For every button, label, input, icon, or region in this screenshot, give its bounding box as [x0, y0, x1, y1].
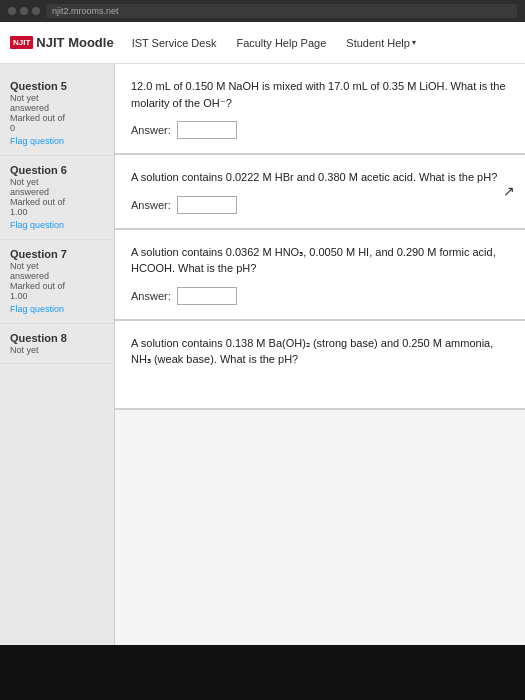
question-8-block: A solution contains 0.138 M Ba(OH)₂ (str… — [115, 321, 525, 410]
sidebar-item-q5[interactable]: Question 5 Not yet answered Marked out o… — [0, 72, 114, 156]
screen: NJIT NJIT Moodle IST Service Desk Facult… — [0, 22, 525, 700]
student-help-label: Student Help — [346, 37, 410, 49]
q5-answer-input[interactable] — [177, 121, 237, 139]
q6-status: Not yet answered — [10, 177, 106, 197]
maximize-dot — [32, 7, 40, 15]
ist-service-desk-link[interactable]: IST Service Desk — [124, 37, 225, 49]
njit-logo: NJIT NJIT Moodle — [10, 35, 114, 50]
njit-logo-mark: NJIT — [10, 36, 33, 49]
main-layout: Question 5 Not yet answered Marked out o… — [0, 64, 525, 700]
q5-flag-link[interactable]: Flag question — [10, 136, 64, 146]
q7-text: A solution contains 0.0362 M HNO₃, 0.005… — [131, 244, 509, 277]
q5-answer-label: Answer: — [131, 124, 171, 136]
top-nav: NJIT NJIT Moodle IST Service Desk Facult… — [0, 22, 525, 64]
q8-text: A solution contains 0.138 M Ba(OH)₂ (str… — [131, 335, 509, 368]
q6-number: Question 6 — [10, 164, 106, 176]
q5-answer-row: Answer: — [131, 121, 509, 139]
question-7-block: A solution contains 0.0362 M HNO₃, 0.005… — [115, 230, 525, 321]
q7-answer-label: Answer: — [131, 290, 171, 302]
question-5-block: 12.0 mL of 0.150 M NaOH is mixed with 17… — [115, 64, 525, 155]
url-text: njit2.mrooms.net — [52, 6, 119, 16]
minimize-dot — [20, 7, 28, 15]
student-help-link[interactable]: Student Help ▾ — [338, 37, 424, 49]
macbook-bottom-bezel — [0, 645, 525, 700]
q8-status: Not yet — [10, 345, 106, 355]
q5-text: 12.0 mL of 0.150 M NaOH is mixed with 17… — [131, 78, 509, 111]
q7-status: Not yet answered — [10, 261, 106, 281]
content-area: 12.0 mL of 0.150 M NaOH is mixed with 17… — [115, 64, 525, 700]
q7-flag-link[interactable]: Flag question — [10, 304, 64, 314]
sidebar-item-q7[interactable]: Question 7 Not yet answered Marked out o… — [0, 240, 114, 324]
q8-number: Question 8 — [10, 332, 106, 344]
browser-chrome: njit2.mrooms.net — [0, 0, 525, 22]
faculty-help-link[interactable]: Faculty Help Page — [228, 37, 334, 49]
q6-text: A solution contains 0.0222 M HBr and 0.3… — [131, 169, 509, 186]
q6-answer-label: Answer: — [131, 199, 171, 211]
close-dot — [8, 7, 16, 15]
q7-answer-row: Answer: — [131, 287, 509, 305]
q5-marked: Marked out of 0 — [10, 113, 106, 133]
q6-answer-row: Answer: — [131, 196, 509, 214]
sidebar-item-q6[interactable]: Question 6 Not yet answered Marked out o… — [0, 156, 114, 240]
q7-number: Question 7 — [10, 248, 106, 260]
window-controls — [8, 7, 40, 15]
sidebar-item-q8[interactable]: Question 8 Not yet — [0, 324, 114, 364]
question-6-block: ↗ A solution contains 0.0222 M HBr and 0… — [115, 155, 525, 230]
sidebar: Question 5 Not yet answered Marked out o… — [0, 64, 115, 700]
q6-flag-link[interactable]: Flag question — [10, 220, 64, 230]
cursor-indicator: ↗ — [503, 183, 515, 199]
q6-marked: Marked out of 1.00 — [10, 197, 106, 217]
njit-moodle-text[interactable]: NJIT Moodle — [36, 35, 113, 50]
q7-answer-input[interactable] — [177, 287, 237, 305]
url-bar[interactable]: njit2.mrooms.net — [46, 4, 517, 18]
q7-marked: Marked out of 1.00 — [10, 281, 106, 301]
q6-answer-input[interactable] — [177, 196, 237, 214]
chevron-down-icon: ▾ — [412, 38, 416, 47]
q5-number: Question 5 — [10, 80, 106, 92]
q5-status: Not yet answered — [10, 93, 106, 113]
